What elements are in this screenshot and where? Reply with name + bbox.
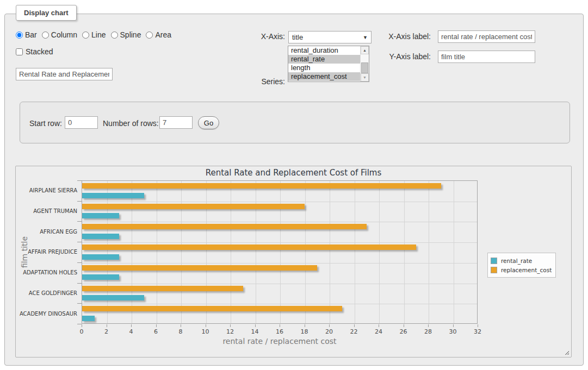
bar-replacement_cost-0: [82, 183, 441, 189]
series-scrollbar[interactable]: ▲ ▼: [360, 46, 369, 81]
x-tick-label-12: 12: [226, 328, 234, 335]
x-tick-22: [354, 324, 355, 327]
page: Display chart BarColumnLineSplineArea St…: [0, 0, 588, 370]
radio-line[interactable]: [82, 32, 89, 39]
display-chart-fieldset: Display chart BarColumnLineSplineArea St…: [4, 14, 584, 366]
stacked-option[interactable]: Stacked: [16, 47, 53, 56]
x-tick-30: [453, 324, 454, 327]
go-button[interactable]: Go: [198, 116, 219, 129]
radio-bar[interactable]: [16, 32, 23, 39]
gridline-x-16: [280, 181, 281, 323]
x-tick-32: [478, 324, 478, 327]
fieldset-legend: Display chart: [16, 5, 77, 21]
scrollbar-thumb[interactable]: [361, 62, 368, 73]
bar-replacement_cost-1: [82, 204, 305, 209]
x-tick-label-30: 30: [449, 328, 457, 335]
gridline-x-24: [379, 181, 380, 323]
y-category-label: ACADEMY DINOSAUR: [16, 303, 77, 324]
gridline-y-3: [82, 242, 477, 243]
x-tick-label-14: 14: [251, 328, 259, 335]
x-tick-label-4: 4: [129, 328, 133, 335]
y-tick-7: [77, 324, 82, 324]
scroll-down-icon[interactable]: ▼: [361, 73, 369, 81]
x-tick-label-6: 6: [154, 328, 158, 335]
x-tick-20: [329, 324, 330, 327]
x-tick-24: [379, 324, 379, 327]
y-tick-5: [77, 283, 82, 284]
y-category-label: AIRPLANE SIERRA: [16, 180, 77, 201]
radio-spline[interactable]: [111, 32, 118, 39]
bar-replacement_cost-6: [82, 306, 342, 311]
gridline-x-28: [429, 181, 429, 323]
series-listbox-options: rental_durationrental_ratelengthreplacem…: [288, 46, 360, 81]
chart-type-option-bar[interactable]: Bar: [16, 30, 37, 39]
resize-handle-icon[interactable]: [564, 349, 569, 355]
bar-replacement_cost-5: [82, 286, 243, 291]
gridline-y-2: [82, 222, 477, 222]
bar-rental_rate-1: [82, 213, 119, 218]
x-tick-label-22: 22: [350, 328, 358, 335]
y-tick-6: [77, 303, 82, 304]
x-tick-0: [82, 324, 82, 327]
x-tick-label-10: 10: [202, 328, 209, 335]
y-tick-3: [77, 242, 82, 242]
x-axis-label-input[interactable]: [438, 30, 535, 43]
gridline-x-22: [355, 181, 355, 323]
chart-type-option-line[interactable]: Line: [82, 30, 106, 39]
series-listbox[interactable]: rental_durationrental_ratelengthreplacem…: [288, 46, 369, 82]
legend-item-rental_rate: rental_rate: [491, 256, 552, 265]
legend-item-replacement_cost: replacement_cost: [491, 265, 552, 274]
gridline-x-4: [132, 181, 132, 323]
stacked-checkbox[interactable]: [16, 48, 23, 55]
chart-title-input[interactable]: [16, 68, 113, 80]
series-select-label: Series:: [233, 77, 285, 86]
x-tick-label-16: 16: [276, 328, 283, 335]
x-tick-10: [206, 324, 206, 327]
plot-area: [82, 180, 478, 324]
start-row-input[interactable]: [65, 116, 98, 129]
x-tick-8: [181, 324, 181, 327]
gridline-x-20: [330, 181, 330, 323]
x-tick-label-0: 0: [80, 328, 84, 335]
bar-rental_rate-3: [82, 254, 119, 260]
start-row-label: Start row:: [29, 119, 62, 128]
bar-replacement_cost-3: [82, 244, 416, 250]
x-tick-2: [107, 324, 107, 327]
legend-label-replacement_cost: replacement_cost: [501, 267, 552, 273]
chart-legend: rental_ratereplacement_cost: [487, 253, 556, 278]
bar-rental_rate-0: [82, 193, 144, 198]
y-tick-2: [77, 221, 82, 222]
x-tick-label-2: 2: [104, 328, 108, 335]
gridline-y-1: [82, 202, 477, 202]
y-category-label: ACE GOLDFINGER: [16, 283, 77, 304]
gridline-y-6: [82, 304, 477, 304]
series-option-length[interactable]: length: [288, 64, 360, 72]
chart-title: Rental Rate and Replacement Cost of Film…: [16, 168, 571, 178]
chart-type-option-area[interactable]: Area: [146, 30, 171, 39]
chart-type-option-column[interactable]: Column: [42, 30, 77, 39]
gridline-x-18: [305, 181, 306, 323]
x-tick-28: [428, 324, 429, 327]
legend-swatch-replacement_cost: [491, 267, 497, 273]
x-tick-label-32: 32: [474, 328, 481, 335]
legend-swatch-rental_rate: [491, 258, 497, 264]
y-category-label: AFRICAN EGG: [16, 221, 77, 242]
gridline-x-26: [404, 181, 405, 323]
y-category-label: AGENT TRUMAN: [16, 201, 77, 222]
number-of-rows-input[interactable]: [159, 116, 193, 129]
chart-type-option-spline[interactable]: Spline: [111, 30, 141, 39]
gridline-x-6: [157, 181, 157, 323]
number-of-rows-label: Number of rows:: [103, 119, 159, 128]
x-tick-label-8: 8: [179, 328, 183, 335]
radio-area[interactable]: [146, 32, 153, 39]
x-axis-select-label: X-Axis:: [233, 32, 285, 41]
y-axis-label-input[interactable]: [438, 51, 535, 63]
radio-column[interactable]: [42, 32, 49, 39]
y-axis-label-label: Y-Axis label:: [342, 52, 431, 61]
y-tick-0: [77, 180, 82, 181]
bar-rental_rate-6: [82, 316, 95, 321]
gridline-x-14: [256, 181, 256, 323]
series-option-replacement_cost[interactable]: replacement_cost: [288, 72, 360, 81]
gridline-x-30: [454, 181, 454, 323]
bar-rental_rate-4: [82, 274, 119, 280]
